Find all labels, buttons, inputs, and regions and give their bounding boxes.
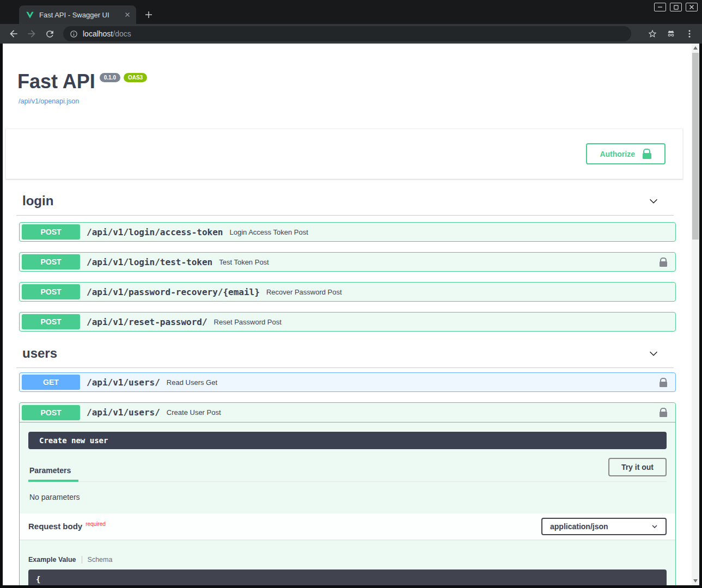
swagger-page: Fast API 0.1.0 OAS3 /api/v1/openapi.json…: [3, 44, 692, 585]
operation-path: /api/v1/login/test-token: [87, 257, 212, 267]
auth-lock-icon[interactable]: [660, 408, 668, 417]
chevron-down-icon[interactable]: [648, 195, 660, 207]
operation-summary: Read Users Get: [167, 378, 217, 387]
scroll-up-icon[interactable]: [693, 46, 698, 50]
address-bar[interactable]: localhost/docs: [63, 26, 631, 41]
auth-lock-icon[interactable]: [660, 258, 668, 267]
operation-summary: Login Access Token Post: [229, 228, 308, 236]
tab-close-icon[interactable]: [123, 10, 132, 19]
operation-path: /api/v1/login/access-token: [87, 227, 223, 237]
url-path: /docs: [113, 29, 131, 38]
unlock-icon: [643, 149, 652, 159]
operation-path: /api/v1/password-recovery/{email}: [87, 287, 260, 297]
tag-title: login: [22, 193, 53, 209]
method-badge: POST: [22, 224, 80, 240]
content-type-select[interactable]: application/json: [541, 518, 667, 535]
operation-summary: Recover Password Post: [266, 288, 342, 296]
oas3-badge: OAS3: [124, 73, 147, 82]
operation-row[interactable]: POST /api/v1/login/test-token Test Token…: [19, 252, 676, 272]
request-body-header: Request bodyrequired application/json: [20, 513, 675, 540]
version-badge: 0.1.0: [100, 73, 120, 82]
method-badge: POST: [22, 284, 80, 299]
operation-row[interactable]: POST /api/v1/login/access-token Login Ac…: [19, 222, 676, 242]
operation-row[interactable]: POST /api/v1/users/ Create User Post: [20, 403, 675, 422]
browser-toolbar: localhost/docs: [0, 24, 702, 44]
incognito-icon: [666, 29, 676, 39]
operation-summary: Test Token Post: [219, 258, 269, 266]
method-badge: POST: [22, 405, 80, 420]
menu-kebab-icon[interactable]: [685, 29, 694, 39]
tag-header-login[interactable]: login: [16, 193, 674, 216]
openapi-spec-link[interactable]: /api/v1/openapi.json: [19, 97, 79, 105]
tab-title: Fast API - Swagger UI: [39, 11, 123, 19]
parameters-header: Parameters Try it out: [28, 458, 667, 482]
operation-description: Create new user: [28, 432, 667, 449]
scheme-container: Authorize: [5, 128, 683, 179]
required-label: required: [86, 521, 106, 527]
bookmark-star-icon[interactable]: [648, 29, 657, 39]
authorize-label: Authorize: [600, 150, 635, 158]
tab-divider: [82, 556, 82, 564]
operation-summary: Reset Password Post: [214, 318, 282, 326]
operation-row[interactable]: GET /api/v1/users/ Read Users Get: [19, 372, 676, 392]
content-type-value: application/json: [550, 522, 608, 531]
example-value-tab[interactable]: Example Value: [28, 556, 76, 564]
operation-expanded: POST /api/v1/users/ Create User Post Cre…: [19, 402, 676, 585]
operation-summary: Create User Post: [167, 408, 221, 416]
operation-path: /api/v1/reset-password/: [87, 317, 207, 327]
try-it-out-button[interactable]: Try it out: [608, 458, 667, 476]
favicon-icon: [26, 10, 34, 19]
authorize-button[interactable]: Authorize: [586, 143, 666, 164]
maximize-button[interactable]: [670, 3, 682, 11]
window-controls: [654, 3, 698, 11]
back-icon[interactable]: [8, 28, 19, 39]
example-area: Example Value Schema {: [20, 540, 675, 585]
titlebar: Fast API - Swagger UI: [0, 0, 702, 24]
scrollbar[interactable]: [692, 44, 699, 585]
page-title: Fast API: [17, 71, 95, 93]
operation-row[interactable]: POST /api/v1/password-recovery/{email} R…: [19, 282, 676, 302]
scroll-down-icon[interactable]: [693, 579, 698, 583]
method-badge: GET: [22, 375, 80, 390]
method-badge: POST: [22, 254, 80, 270]
operation-path: /api/v1/users/: [87, 407, 160, 418]
url-host: localhost: [83, 29, 113, 38]
chevron-down-icon: [650, 522, 659, 531]
operation-row[interactable]: POST /api/v1/reset-password/ Reset Passw…: [19, 312, 676, 332]
tag-header-users[interactable]: users: [16, 346, 674, 368]
chevron-down-icon[interactable]: [648, 347, 660, 359]
schema-tab[interactable]: Schema: [88, 556, 113, 564]
site-info-icon[interactable]: [70, 30, 78, 38]
browser-window: Fast API - Swagger UI: [0, 0, 702, 588]
no-parameters-text: No parameters: [28, 493, 667, 501]
page-viewport: Fast API 0.1.0 OAS3 /api/v1/openapi.json…: [3, 44, 699, 585]
auth-lock-icon[interactable]: [660, 378, 668, 387]
reload-icon[interactable]: [44, 28, 55, 39]
browser-tab[interactable]: Fast API - Swagger UI: [19, 5, 136, 24]
method-badge: POST: [22, 314, 80, 329]
request-body-label: Request body: [28, 522, 82, 531]
api-info: Fast API 0.1.0 OAS3 /api/v1/openapi.json: [3, 44, 692, 106]
example-code-block: {: [28, 569, 667, 585]
operation-path: /api/v1/users/: [87, 377, 160, 388]
forward-icon[interactable]: [26, 28, 37, 39]
scrollbar-thumb[interactable]: [692, 53, 699, 240]
parameters-tab: Parameters: [28, 458, 78, 481]
close-button[interactable]: [686, 3, 698, 11]
minimize-button[interactable]: [654, 3, 666, 11]
new-tab-button[interactable]: [143, 9, 155, 21]
tag-title: users: [22, 346, 57, 361]
